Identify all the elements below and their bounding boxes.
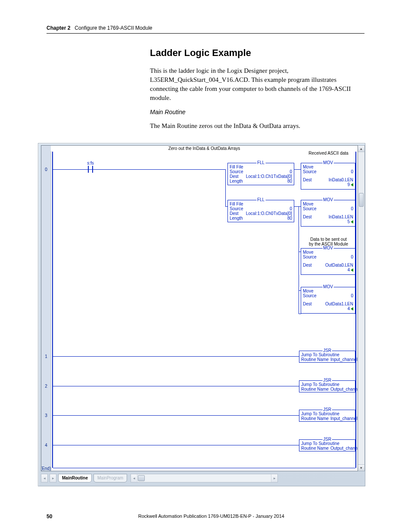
instruction-title: JSR xyxy=(322,407,332,412)
section-heading: Ladder Logic Example xyxy=(150,47,365,59)
scroll-thumb[interactable] xyxy=(138,475,145,481)
instruction-comment: Data to be sent out by the ASCII Module xyxy=(301,237,356,246)
wire xyxy=(225,169,226,206)
section-para-1: This is the ladder logic in the Logix De… xyxy=(150,66,365,103)
wire xyxy=(53,169,225,170)
instruction-title: MOV xyxy=(322,160,334,165)
instruction-jsr[interactable]: JSR Jump To Subroutine Routine NameOutpu… xyxy=(299,439,355,451)
ladder-canvas[interactable]: 0 1 2 3 4 (End) Zero out the InData & Ou… xyxy=(41,145,358,471)
header-rule xyxy=(47,33,364,34)
instruction-jsr[interactable]: JSR Jump To Subroutine Routine NameOutpu… xyxy=(299,380,355,392)
ladder-area: Zero out the InData & OutData Arrays s:f… xyxy=(51,146,358,471)
scroll-down-icon[interactable]: ▾ xyxy=(358,464,364,471)
rung-number: 2 xyxy=(41,384,51,389)
rung-number: 0 xyxy=(41,167,51,172)
wire xyxy=(53,386,299,386)
data-arrow-icon xyxy=(351,268,353,272)
contact-label: s:fs xyxy=(78,161,103,165)
page: Chapter 2 Configure the 1769-ASCII Modul… xyxy=(0,0,411,532)
section-para-2: The Main Routine zeros out the InData & … xyxy=(150,121,365,131)
data-arrow-icon xyxy=(351,307,353,311)
instruction-title: FLL xyxy=(256,197,265,202)
wire xyxy=(299,314,301,314)
instruction-title: JSR xyxy=(322,437,332,442)
rung-number-gutter: 0 1 2 3 4 (End) xyxy=(41,146,51,471)
wire xyxy=(53,356,299,357)
section-subhead: Main Routine xyxy=(150,109,365,115)
wire xyxy=(294,169,301,170)
vertical-scrollbar[interactable]: ▴ ▾ xyxy=(358,145,365,471)
xic-contact[interactable]: s:fs xyxy=(85,166,96,173)
instruction-title: MOV xyxy=(322,284,334,289)
instruction-jsr[interactable]: JSR Jump To Subroutine Routine NameInput… xyxy=(299,410,355,422)
instruction-comment: Received ASCII data xyxy=(301,151,356,156)
publication-reference: Rockwell Automation Publication 1769-UM0… xyxy=(52,513,370,519)
instruction-mov[interactable]: Data to be sent out by the ASCII Module … xyxy=(301,248,355,275)
instruction-title: MOV xyxy=(322,197,334,202)
wire xyxy=(294,206,301,207)
scroll-thumb[interactable] xyxy=(359,193,364,207)
scroll-right-icon[interactable]: ▸ xyxy=(271,474,277,482)
scroll-up-icon[interactable]: ▴ xyxy=(358,146,364,152)
rung-number: 4 xyxy=(41,443,51,448)
left-power-rail xyxy=(52,152,53,468)
instruction-title: JSR xyxy=(322,348,332,353)
page-number: 50 xyxy=(47,513,52,520)
running-header: Chapter 2 Configure the 1769-ASCII Modul… xyxy=(47,24,364,37)
body-column: Ladder Logic Example This is the ladder … xyxy=(150,47,365,137)
wire xyxy=(53,445,299,445)
rung-number: 1 xyxy=(41,354,51,359)
chapter-title: Configure the 1769-ASCII Module xyxy=(75,25,152,31)
wire xyxy=(53,468,355,468)
instruction-title: FLL xyxy=(256,160,265,165)
data-arrow-icon xyxy=(351,183,353,187)
wire xyxy=(299,206,299,314)
data-arrow-icon xyxy=(351,220,353,224)
tab-mainprogram[interactable]: MainProgram xyxy=(93,474,127,482)
rung-number: 3 xyxy=(41,413,51,418)
page-footer: 50 Rockwell Automation Publication 1769-… xyxy=(47,513,364,520)
tab-mainroutine[interactable]: MainRoutine xyxy=(58,474,92,482)
instruction-title: JSR xyxy=(322,378,332,383)
instruction-title: MOV xyxy=(322,246,334,250)
instruction-mov[interactable]: MOV Move Source0 DestInData1.LEN 5 xyxy=(301,200,355,227)
scroll-left-icon[interactable]: ◂ xyxy=(131,474,137,482)
wire xyxy=(53,415,299,416)
routine-tab-strip: ◂ ▸ MainRoutine MainProgram ◂ ▸ xyxy=(41,474,362,483)
tab-prev-icon[interactable]: ◂ xyxy=(41,474,48,482)
instruction-fll[interactable]: FLL Fill File Source0 DestLocal:1:O.Ch1T… xyxy=(227,163,294,185)
instruction-jsr[interactable]: JSR Jump To Subroutine Routine NameInput… xyxy=(299,351,355,363)
instruction-mov[interactable]: Received ASCII data MOV Move Source0 Des… xyxy=(301,163,355,190)
chapter-label: Chapter 2 xyxy=(47,25,70,31)
tab-next-icon[interactable]: ▸ xyxy=(50,474,56,482)
ladder-editor-window: 0 1 2 3 4 (End) Zero out the InData & Ou… xyxy=(38,143,365,486)
instruction-fll[interactable]: FLL Fill File Source0 DestLocal:1:O.Ch0T… xyxy=(227,200,294,222)
instruction-mov[interactable]: MOV Move Source0 DestOutData1.LEN 4 xyxy=(301,287,355,314)
horizontal-scrollbar[interactable]: ◂ ▸ xyxy=(131,474,278,482)
